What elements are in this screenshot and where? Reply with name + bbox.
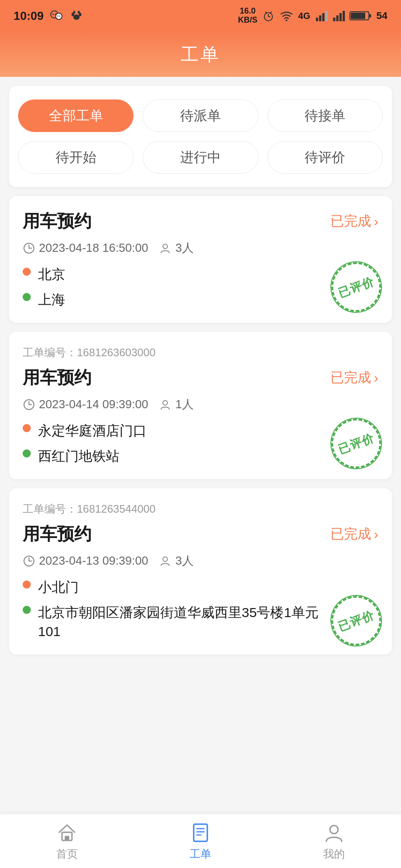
page-title: 工单 — [181, 42, 220, 67]
order-from-2: 永定华庭酒店门口 — [23, 421, 378, 440]
order-type-3: 用车预约 — [23, 523, 91, 546]
battery-icon — [349, 10, 372, 22]
filter-pending-review[interactable]: 待评价 — [267, 141, 383, 174]
dot-from-3 — [23, 580, 31, 589]
order-locations-3: 小北门 北京市朝阳区潘家园街道华威西里35号楼1单元101 — [23, 578, 378, 641]
filter-row-2: 待开始 进行中 待评价 — [18, 141, 383, 174]
svg-point-35 — [163, 401, 167, 405]
svg-point-16 — [286, 19, 287, 21]
filter-row-1: 全部工单 待派单 待接单 — [18, 99, 383, 132]
status-bar-left: 10:09 — [14, 9, 84, 23]
order-type-2: 用车预约 — [23, 366, 91, 389]
svg-point-3 — [56, 13, 62, 19]
wechat-icon — [49, 9, 64, 23]
order-passengers-3: 3人 — [159, 553, 193, 569]
nav-orders-label: 工单 — [190, 847, 211, 861]
nav-profile[interactable]: 我的 — [267, 821, 401, 861]
order-passengers-2: 1人 — [159, 396, 193, 412]
status-bar-right: 16.0KB/S 4G — [238, 7, 387, 25]
nav-home-label: 首页 — [56, 847, 78, 861]
clock-icon-1 — [23, 242, 35, 255]
order-status-2: 已完成 › — [330, 368, 378, 387]
nav-orders[interactable]: 工单 — [134, 821, 267, 861]
svg-point-10 — [77, 11, 80, 14]
wifi-icon — [279, 9, 294, 22]
order-to-2: 西红门地铁站 — [23, 447, 378, 466]
orders-list: 用车预约 已完成 › 2023-04-18 16:50:00 — [0, 196, 401, 655]
svg-rect-17 — [316, 18, 318, 21]
filter-in-progress[interactable]: 进行中 — [143, 141, 258, 174]
stamp-text-2: 已评价 — [325, 412, 388, 476]
order-to-1: 上海 — [23, 290, 378, 309]
svg-point-39 — [163, 557, 167, 561]
svg-rect-24 — [343, 11, 345, 21]
filter-pending-dispatch[interactable]: 待派单 — [143, 99, 258, 132]
orders-icon — [189, 821, 212, 844]
nav-home[interactable]: 首页 — [0, 821, 134, 861]
svg-rect-18 — [319, 15, 321, 21]
order-card-3[interactable]: 工单编号：1681263544000 用车预约 已完成 › 2023-04-13… — [9, 488, 392, 655]
order-from-1: 北京 — [23, 265, 378, 284]
stamp-3: 已评价 — [331, 596, 381, 646]
dot-to-1 — [23, 293, 31, 301]
stamp-2: 已评价 — [331, 419, 381, 468]
order-number-2: 工单编号：1681263603000 — [23, 345, 378, 360]
order-from-3: 小北门 — [23, 578, 378, 597]
svg-point-46 — [330, 826, 338, 834]
svg-rect-41 — [65, 836, 69, 840]
order-datetime-1: 2023-04-18 16:50:00 — [23, 241, 148, 255]
filter-pending-start[interactable]: 待开始 — [18, 141, 134, 174]
status-bar: 10:09 16.0KB/S — [0, 0, 401, 32]
stamp-text-3: 已评价 — [325, 589, 388, 653]
network-speed: 16.0KB/S — [238, 7, 258, 25]
filter-pending-accept[interactable]: 待接单 — [267, 99, 383, 132]
order-header-3: 用车预约 已完成 › — [23, 523, 378, 546]
battery-level: 54 — [377, 10, 387, 22]
order-locations-2: 永定华庭酒店门口 西红门地铁站 — [23, 421, 378, 466]
order-to-3: 北京市朝阳区潘家园街道华威西里35号楼1单元101 — [23, 603, 378, 641]
svg-rect-20 — [325, 11, 328, 21]
dot-from-1 — [23, 268, 31, 276]
filter-all[interactable]: 全部工单 — [18, 99, 134, 132]
person-icon-1 — [159, 242, 172, 255]
order-datetime-3: 2023-04-13 09:39:00 — [23, 554, 148, 568]
home-icon — [56, 821, 78, 844]
svg-point-1 — [53, 14, 54, 15]
svg-line-14 — [265, 12, 267, 13]
svg-line-15 — [270, 12, 272, 13]
status-time: 10:09 — [14, 9, 44, 23]
profile-icon — [323, 821, 345, 844]
svg-rect-23 — [339, 13, 342, 21]
order-status-3: 已完成 › — [330, 525, 378, 543]
svg-point-31 — [163, 244, 167, 249]
order-type-1: 用车预约 — [23, 210, 91, 233]
order-card-2[interactable]: 工单编号：1681263603000 用车预约 已完成 › 2023-04-14… — [9, 332, 392, 479]
order-header-1: 用车预约 已完成 › — [23, 210, 378, 233]
signal-4g: 4G — [298, 11, 310, 21]
order-datetime-2: 2023-04-14 09:39:00 — [23, 397, 148, 411]
clock-icon-2 — [23, 398, 35, 411]
order-locations-1: 北京 上海 — [23, 265, 378, 309]
order-card-1[interactable]: 用车预约 已完成 › 2023-04-18 16:50:00 — [9, 196, 392, 323]
order-status-1: 已完成 › — [330, 212, 378, 231]
signal-bars-icon — [315, 9, 328, 22]
svg-rect-19 — [322, 13, 325, 21]
signal-5g-icon — [332, 9, 345, 22]
person-icon-2 — [159, 398, 172, 411]
dot-from-2 — [23, 424, 31, 432]
svg-point-6 — [73, 14, 80, 20]
svg-rect-21 — [333, 18, 335, 21]
stamp-1: 已评价 — [331, 262, 381, 312]
svg-point-9 — [73, 11, 75, 14]
order-header-2: 用车预约 已完成 › — [23, 366, 378, 389]
order-meta-1: 2023-04-18 16:50:00 3人 — [23, 240, 378, 256]
filter-section: 全部工单 待派单 待接单 待开始 进行中 待评价 — [9, 86, 392, 187]
order-passengers-1: 3人 — [159, 240, 193, 256]
svg-point-4 — [57, 15, 58, 16]
dot-to-3 — [23, 606, 31, 614]
dot-to-2 — [23, 449, 31, 458]
bottom-nav: 首页 工单 我的 — [0, 814, 401, 868]
order-meta-3: 2023-04-13 09:39:00 3人 — [23, 553, 378, 569]
alarm-icon — [262, 9, 275, 22]
nav-profile-label: 我的 — [323, 847, 345, 861]
